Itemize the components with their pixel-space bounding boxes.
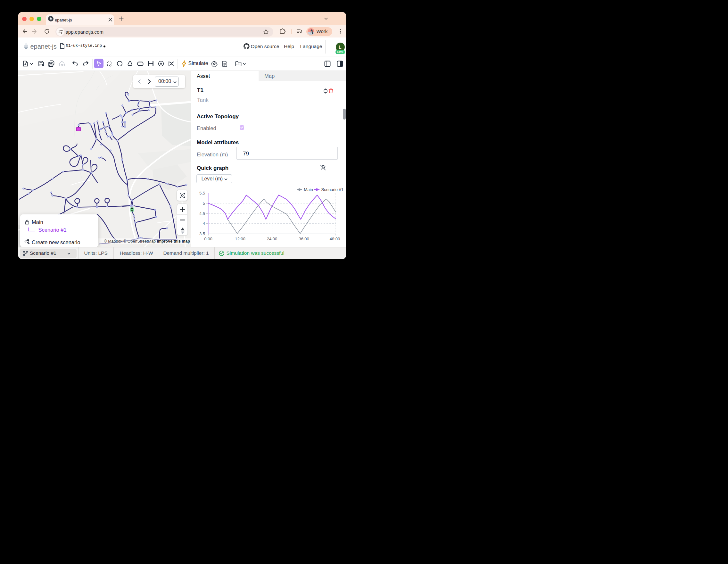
svg-text:3.5: 3.5 <box>199 231 205 236</box>
svg-text:12:00: 12:00 <box>235 236 245 241</box>
svg-text:36:00: 36:00 <box>299 236 309 241</box>
svg-text:0:00: 0:00 <box>204 236 212 241</box>
svg-text:48:00: 48:00 <box>329 236 340 241</box>
svg-text:5: 5 <box>203 201 205 205</box>
svg-text:4: 4 <box>203 221 205 226</box>
svg-text:24:00: 24:00 <box>267 236 277 241</box>
svg-text:5.5: 5.5 <box>199 191 205 195</box>
svg-text:4.5: 4.5 <box>199 211 205 216</box>
svg-text:Main: Main <box>304 187 313 192</box>
svg-text:Scenario #1: Scenario #1 <box>321 187 343 192</box>
